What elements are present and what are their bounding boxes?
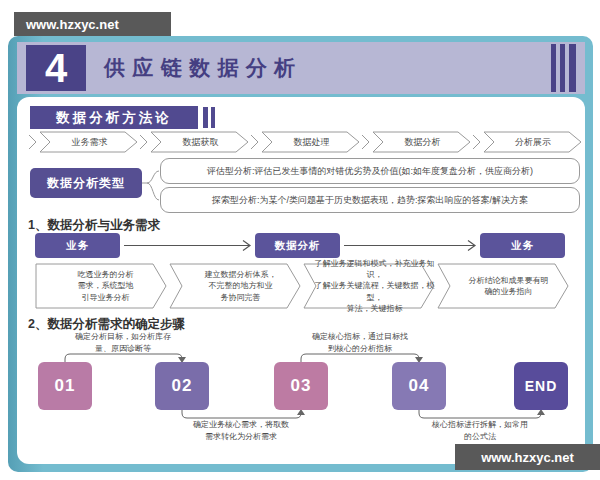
header-bar bbox=[203, 107, 208, 128]
methodology-header: 数据分析方法论 bbox=[30, 106, 198, 129]
types-connector-icon bbox=[142, 158, 160, 214]
chapter-number: 4 bbox=[45, 46, 67, 91]
step-box-end: END bbox=[514, 362, 568, 410]
band-item: 分析结论和成果要有明 确的业务指向 bbox=[438, 263, 569, 309]
step-box-01: 01 bbox=[38, 362, 92, 410]
node-business-2: 业务 bbox=[480, 233, 565, 258]
title-stripe bbox=[551, 44, 556, 92]
title-stripe bbox=[569, 44, 576, 92]
slide: www.hzxyc.net 4 供应链数据分析 数据分析方法论 业务需求 数据获… bbox=[0, 0, 600, 480]
title-stripe bbox=[560, 44, 565, 92]
watermark-bottom: www.hzxyc.net bbox=[455, 444, 600, 470]
watermark-top-text: www.hzxyc.net bbox=[26, 17, 119, 32]
watermark-top: www.hzxyc.net bbox=[14, 12, 171, 36]
section1-title: 1、数据分析与业务需求 bbox=[28, 217, 160, 234]
band-item: 了解业务逻辑和模式，补充业务知识， 了解业务关键流程，关键数据，模型， 算法，关… bbox=[304, 263, 435, 309]
arrow-right-icon bbox=[124, 239, 252, 252]
page-title: 供应链数据分析 bbox=[104, 42, 302, 94]
header-bar bbox=[211, 107, 215, 128]
band-item: 建立数据分析体系， 不完整的地方和业 务协同完善 bbox=[170, 263, 301, 309]
analysis-type-exploratory: 探索型分析:为某个/类问题基于历史数据表现，趋势:探索出响应的答案/解决方案 bbox=[160, 187, 580, 213]
process-step: 分析展示 bbox=[472, 131, 582, 153]
node-business-1: 业务 bbox=[35, 233, 120, 258]
watermark-bottom-text: www.hzxyc.net bbox=[481, 450, 574, 465]
chapter-number-box: 4 bbox=[26, 45, 86, 91]
process-step: 数据分析 bbox=[361, 131, 472, 153]
analysis-type-evaluative: 评估型分析:评估已发生事情的对错优劣势及价值(如:如年度复盘分析，供应商分析) bbox=[160, 158, 580, 184]
step-box-02: 02 bbox=[155, 362, 209, 410]
step-box-03: 03 bbox=[274, 362, 328, 410]
process-step: 数据处理 bbox=[250, 131, 361, 153]
arrow-right-icon bbox=[344, 239, 477, 252]
node-data-analysis: 数据分析 bbox=[255, 233, 340, 258]
step-box-04: 04 bbox=[392, 362, 446, 410]
process-step: 业务需求 bbox=[28, 131, 139, 153]
process-step: 数据获取 bbox=[139, 131, 250, 153]
analysis-types-label: 数据分析类型 bbox=[30, 168, 142, 198]
band-item: 吃透业务的分析 需求，系统型地 引导业务分析 bbox=[35, 263, 166, 309]
